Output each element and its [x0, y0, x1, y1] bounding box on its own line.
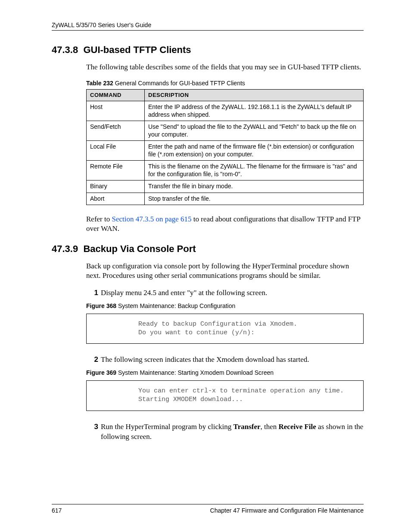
- step3-bold1: Transfer: [234, 423, 261, 431]
- table-row: HostEnter the IP address of the ZyWALL. …: [87, 101, 364, 121]
- section-body-4739: Back up configuration via console port b…: [86, 261, 364, 442]
- cell-cmd: Local File: [87, 141, 145, 161]
- step-2: 2 The following screen indicates that th…: [86, 355, 364, 365]
- intro-paragraph: The following table describes some of th…: [86, 62, 364, 72]
- refer-paragraph: Refer to Section 47.3.5 on page 615 to r…: [86, 215, 364, 233]
- step-number: 1: [86, 288, 98, 298]
- chapter-label: Chapter 47 Firmware and Configuration Fi…: [210, 507, 364, 514]
- step-text: The following screen indicates that the …: [101, 355, 309, 365]
- page-footer: 617 Chapter 47 Firmware and Configuratio…: [52, 504, 364, 514]
- cell-desc: This is the filename on the ZyWALL. The …: [145, 161, 364, 180]
- step3-bold2: Receive File: [279, 423, 316, 431]
- table-label-bold: Table 232: [86, 80, 113, 87]
- commands-table: COMMAND DESCRIPTION HostEnter the IP add…: [86, 89, 364, 205]
- figure-label-rest: System Maintenance: Backup Configuration: [116, 302, 235, 309]
- table-row: Remote FileThis is the filename on the Z…: [87, 161, 364, 180]
- section-body-4738: The following table describes some of th…: [86, 62, 364, 234]
- cell-desc: Use "Send" to upload the file to the ZyW…: [145, 121, 364, 141]
- procedure-steps: 1 Display menu 24.5 and enter "y" at the…: [86, 288, 364, 298]
- cross-reference-link[interactable]: Section 47.3.5 on page 615: [112, 215, 191, 223]
- table-row: BinaryTransfer the file in binary mode.: [87, 180, 364, 193]
- section-number: 47.3.8: [52, 44, 78, 55]
- figure-label-bold: Figure 368: [86, 302, 116, 309]
- cell-desc: Enter the IP address of the ZyWALL. 192.…: [145, 101, 364, 121]
- section-number: 47.3.9: [52, 243, 78, 254]
- figure-caption-369: Figure 369 System Maintenance: Starting …: [86, 369, 364, 376]
- table-row: Send/FetchUse "Send" to upload the file …: [87, 121, 364, 141]
- cell-cmd: Send/Fetch: [87, 121, 145, 141]
- cell-cmd: Host: [87, 101, 145, 121]
- figure-label-rest: System Maintenance: Starting Xmodem Down…: [116, 369, 274, 376]
- procedure-steps: 3 Run the HyperTerminal program by click…: [86, 422, 364, 442]
- page-number: 617: [52, 507, 62, 514]
- cell-desc: Stop transfer of the file.: [145, 193, 364, 205]
- terminal-output-369: You can enter ctrl-x to terminate operat…: [86, 380, 364, 411]
- table-header-row: COMMAND DESCRIPTION: [87, 90, 364, 101]
- cell-cmd: Binary: [87, 180, 145, 193]
- step-number: 2: [86, 355, 98, 365]
- page: ZyWALL 5/35/70 Series User's Guide 47.3.…: [0, 0, 411, 532]
- figure-caption-368: Figure 368 System Maintenance: Backup Co…: [86, 302, 364, 309]
- section-heading-4739: 47.3.9 Backup Via Console Port: [52, 243, 364, 255]
- table-row: Local FileEnter the path and name of the…: [87, 141, 364, 161]
- cell-desc: Transfer the file in binary mode.: [145, 180, 364, 193]
- cell-cmd: Abort: [87, 193, 145, 205]
- step-text: Run the HyperTerminal program by clickin…: [101, 422, 364, 442]
- th-description: DESCRIPTION: [145, 90, 364, 101]
- step3-pre: Run the HyperTerminal program by clickin…: [101, 423, 234, 431]
- table-caption: Table 232 General Commands for GUI-based…: [86, 80, 364, 87]
- intro-paragraph: Back up configuration via console port b…: [86, 261, 364, 280]
- step-text: Display menu 24.5 and enter "y" at the f…: [101, 288, 267, 298]
- step-3: 3 Run the HyperTerminal program by click…: [86, 422, 364, 442]
- table-label-rest: General Commands for GUI-based TFTP Clie…: [113, 80, 245, 87]
- terminal-output-368: Ready to backup Configuration via Xmodem…: [86, 314, 364, 344]
- th-command: COMMAND: [87, 90, 145, 101]
- page-header: ZyWALL 5/35/70 Series User's Guide: [52, 22, 364, 31]
- cell-cmd: Remote File: [87, 161, 145, 180]
- section-title: Backup Via Console Port: [83, 243, 196, 254]
- refer-pre: Refer to: [86, 215, 112, 223]
- step-number: 3: [86, 422, 98, 442]
- step3-mid: , then: [261, 423, 279, 431]
- cell-desc: Enter the path and name of the firmware …: [145, 141, 364, 161]
- procedure-steps: 2 The following screen indicates that th…: [86, 355, 364, 365]
- figure-label-bold: Figure 369: [86, 369, 116, 376]
- step-1: 1 Display menu 24.5 and enter "y" at the…: [86, 288, 364, 298]
- section-title: GUI-based TFTP Clients: [83, 44, 191, 55]
- table-row: AbortStop transfer of the file.: [87, 193, 364, 205]
- section-heading-4738: 47.3.8 GUI-based TFTP Clients: [52, 44, 364, 56]
